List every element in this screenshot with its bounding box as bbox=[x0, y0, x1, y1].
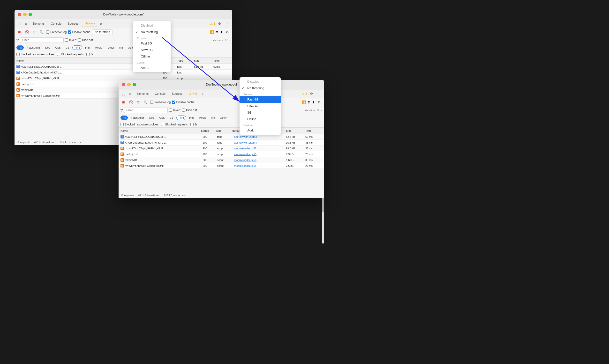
scrollbar-2[interactable] bbox=[322, 195, 324, 244]
type-doc-2[interactable]: Doc bbox=[147, 116, 156, 120]
hide-dat-label-1[interactable]: Hide dat bbox=[78, 39, 93, 42]
third-label-1[interactable]: 3r bbox=[86, 53, 93, 56]
inspect-icon-1[interactable]: ⬚ bbox=[16, 21, 23, 26]
tab-sources-2[interactable]: Sources bbox=[169, 91, 185, 97]
type-font-1[interactable]: Font bbox=[72, 45, 82, 50]
minimize-button-2[interactable] bbox=[127, 83, 131, 86]
third-label-2[interactable]: 3r bbox=[190, 123, 197, 126]
preserve-log-checkbox-1[interactable] bbox=[46, 30, 49, 34]
blocked-cookies-label-2[interactable]: Blocked response cookies bbox=[121, 123, 158, 126]
blocked-cookies-label-1[interactable]: Blocked response cookies bbox=[16, 53, 54, 56]
inspect-icon-2[interactable]: ⬚ bbox=[121, 91, 127, 97]
blocked-requests-label-2[interactable]: Blocked requests bbox=[161, 123, 188, 126]
row-initiator-2-6[interactable]: moduleloader.js:58 bbox=[234, 164, 286, 167]
dropdown2-offline[interactable]: Offline bbox=[240, 116, 281, 122]
download-icon-2[interactable]: ⬇ bbox=[312, 100, 315, 104]
minimize-button-1[interactable] bbox=[23, 13, 27, 16]
download-icon-1[interactable]: ⬇ bbox=[220, 30, 223, 34]
device-icon-1[interactable]: ▭ bbox=[23, 21, 29, 26]
dropdown1-add[interactable]: Add... bbox=[133, 65, 171, 71]
network-settings-icon-2[interactable] bbox=[316, 99, 322, 105]
dropdown1-slow3g[interactable]: Slow 3G bbox=[133, 47, 171, 53]
type-js-1[interactable]: JS bbox=[64, 45, 71, 50]
throttling-btn-1[interactable]: No throttling bbox=[92, 29, 113, 35]
dropdown2-fast4g[interactable]: Fast 4G bbox=[240, 96, 281, 103]
table-row-2-3[interactable]: ⊞ m=ws9Tlc,n73qwf,GkRiKb,e5qF... 200 scr… bbox=[119, 145, 324, 151]
table-row-1-2[interactable]: T KFOmCnqEu92Fr1Mu4mxKKTU1... 200 font bbox=[14, 70, 232, 75]
scrollbar-thumb-2[interactable] bbox=[322, 198, 324, 212]
invert-checkbox-2[interactable] bbox=[169, 108, 172, 112]
maximize-button-2[interactable] bbox=[133, 83, 136, 86]
hide-dat-checkbox-1[interactable] bbox=[78, 39, 81, 41]
upload-icon-2[interactable]: ⬆ bbox=[308, 100, 311, 104]
more-icon-2[interactable] bbox=[316, 91, 322, 97]
dropdown2-no-throttling[interactable]: ✓ No throttling bbox=[240, 85, 281, 91]
dropdown2-add[interactable]: Add... bbox=[240, 127, 281, 134]
more-tabs-icon-1[interactable]: » bbox=[99, 21, 104, 26]
row-initiator-2-4[interactable]: moduleloader.js:58 bbox=[234, 153, 286, 156]
device-icon-2[interactable]: ▭ bbox=[127, 91, 133, 97]
type-fetch-1[interactable]: Fetch/XHR bbox=[25, 45, 42, 50]
filter-input-2[interactable] bbox=[124, 107, 168, 113]
tab-elements-1[interactable]: Elements bbox=[29, 21, 47, 27]
dropdown1-no-throttling[interactable]: ✓ No throttling bbox=[133, 29, 171, 35]
tab-elements-2[interactable]: Elements bbox=[134, 91, 151, 97]
type-other-1[interactable]: Other bbox=[105, 45, 116, 50]
blocked-cookies-checkbox-2[interactable] bbox=[121, 123, 124, 126]
type-css-2[interactable]: CSS bbox=[157, 116, 167, 120]
table-row-2-1[interactable]: T 4UaRrENHsxJlGDuGo1OIlJfC6l_... 200 fon… bbox=[119, 134, 324, 140]
upload-icon-1[interactable]: ⬆ bbox=[216, 30, 218, 34]
type-media-2[interactable]: Media bbox=[197, 116, 208, 120]
blocked-requests-checkbox-2[interactable] bbox=[161, 123, 164, 126]
maximize-button-1[interactable] bbox=[28, 13, 32, 16]
blocked-requests-label-1[interactable]: Blocked requests bbox=[57, 53, 83, 56]
row-initiator-2-5[interactable]: moduleloader.js:58 bbox=[234, 158, 286, 161]
clear-btn-2[interactable]: 🚫 bbox=[128, 100, 134, 105]
dropdown2-3g[interactable]: 3G bbox=[240, 109, 281, 116]
close-button-1[interactable] bbox=[18, 13, 21, 16]
table-row-2-4[interactable]: ⊞ m=RqjULd 200 script moduleloader.js:58… bbox=[119, 151, 324, 157]
blocked-requests-checkbox-1[interactable] bbox=[57, 53, 60, 56]
clear-btn-1[interactable]: 🚫 bbox=[24, 29, 30, 35]
dropdown1-fast3g[interactable]: Fast 3G bbox=[133, 40, 171, 47]
more-tabs-icon-2[interactable]: » bbox=[200, 91, 205, 97]
settings-icon-2[interactable] bbox=[309, 91, 314, 97]
hide-dat-checkbox-2[interactable] bbox=[182, 108, 185, 112]
preserve-log-label-2[interactable]: Preserve log bbox=[150, 101, 171, 104]
type-doc-1[interactable]: Doc bbox=[43, 45, 52, 50]
close-button-2[interactable] bbox=[122, 83, 125, 86]
type-fetch-2[interactable]: Fetch/XHR bbox=[129, 116, 146, 120]
network-settings-icon-1[interactable] bbox=[224, 29, 230, 35]
invert-label-2[interactable]: Invert bbox=[169, 108, 180, 112]
third-checkbox-1[interactable] bbox=[86, 53, 90, 56]
disable-cache-checkbox-1[interactable] bbox=[68, 30, 71, 34]
search-btn-1[interactable]: 🔍 bbox=[38, 29, 45, 35]
type-media-1[interactable]: Media bbox=[93, 45, 104, 50]
disable-cache-label-1[interactable]: Disable cache bbox=[68, 30, 90, 34]
type-css-1[interactable]: CSS bbox=[53, 45, 63, 50]
type-all-2[interactable]: All bbox=[121, 116, 128, 120]
third-checkbox-2[interactable] bbox=[190, 123, 194, 126]
tab-console-1[interactable]: Console bbox=[48, 21, 64, 27]
type-other-2[interactable]: Other bbox=[218, 116, 229, 120]
tab-network-2[interactable]: ▲ Net bbox=[186, 91, 200, 97]
tab-console-2[interactable]: Console bbox=[152, 91, 168, 97]
search-btn-2[interactable]: 🔍 bbox=[142, 100, 149, 105]
type-font-2[interactable]: Font bbox=[176, 116, 186, 120]
settings-icon-1[interactable] bbox=[217, 21, 223, 26]
table-row-2-2[interactable]: T KFOmCnqEu92Fr1Mu4mxKKTU1... 200 font a… bbox=[119, 140, 324, 145]
hide-dat-label-2[interactable]: Hide dat bbox=[182, 108, 197, 112]
stop-recording-btn-1[interactable]: ⏹ bbox=[16, 29, 22, 35]
more-icon-1[interactable] bbox=[224, 21, 230, 26]
invert-checkbox-1[interactable] bbox=[65, 39, 68, 41]
table-row-2-5[interactable]: ⊞ m=bm51tf 200 script moduleloader.js:58… bbox=[119, 157, 324, 163]
filter-btn-2[interactable]: ▽ bbox=[136, 100, 141, 105]
type-img-2[interactable]: Img bbox=[187, 116, 196, 120]
dropdown2-slow4g[interactable]: Slow 4G bbox=[240, 103, 281, 109]
tab-network-1[interactable]: Network bbox=[82, 20, 98, 27]
blocked-cookies-checkbox-1[interactable] bbox=[16, 53, 20, 56]
type-js-2[interactable]: JS bbox=[168, 116, 176, 120]
type-all-1[interactable]: All bbox=[16, 45, 24, 50]
row-initiator-2-2[interactable]: app?awwd=1&gm3 bbox=[234, 141, 286, 144]
filter-btn-1[interactable]: ▽ bbox=[32, 29, 37, 35]
